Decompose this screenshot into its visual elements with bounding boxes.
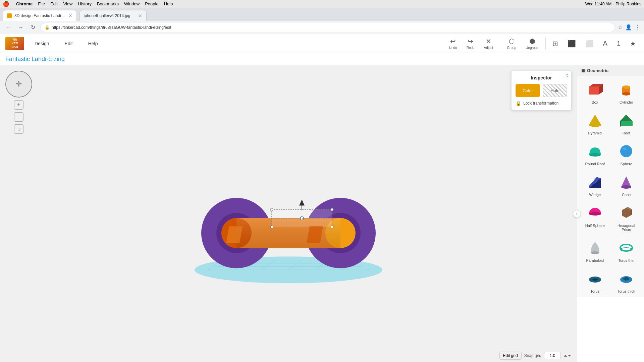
- svg-rect-32: [589, 86, 599, 95]
- round-roof-shape-icon: [586, 142, 604, 161]
- torus-shape-icon: [586, 269, 604, 288]
- menu-edit-app[interactable]: Edit: [60, 39, 78, 49]
- inspector-panel: Inspector Color Hole 🔒 Lock transformati…: [511, 71, 572, 110]
- pyramid-label: Pyramid: [588, 131, 602, 135]
- adjust-label: Adjust: [484, 46, 493, 50]
- inspector-buttons: Color Hole: [516, 84, 567, 97]
- inspector-help-icon[interactable]: ?: [566, 74, 569, 80]
- address-profile-icon[interactable]: 👤: [625, 24, 632, 31]
- shape-cone[interactable]: Cone: [611, 170, 642, 199]
- svg-marker-28: [299, 199, 305, 205]
- svg-point-44: [620, 145, 632, 157]
- roof-shape-icon: [617, 111, 636, 130]
- adjust-button[interactable]: ✕ Adjust: [481, 36, 496, 51]
- canvas-area[interactable]: ✛ + − ⊡ Inspector Color Hole 🔒 Lock tran…: [0, 65, 577, 362]
- svg-point-55: [591, 251, 599, 254]
- svg-point-24: [270, 226, 273, 228]
- hex-prism-shape-icon: [617, 203, 636, 222]
- redo-button[interactable]: ↪ Redo: [464, 36, 477, 51]
- 3d-view-button[interactable]: ⬛: [565, 38, 579, 49]
- menu-help-app[interactable]: Help: [83, 39, 103, 49]
- menu-edit[interactable]: Edit: [50, 1, 58, 6]
- apple-menu[interactable]: 🍎: [3, 1, 9, 7]
- zoom-out-button[interactable]: −: [14, 112, 23, 122]
- number-button[interactable]: 1: [614, 38, 623, 49]
- menu-bookmarks[interactable]: Bookmarks: [97, 1, 119, 6]
- torus-thin-shape-icon: [617, 238, 636, 257]
- box-shape-icon: [586, 80, 604, 99]
- shape-torus[interactable]: Torus: [580, 266, 610, 296]
- shape-sphere[interactable]: Sphere: [611, 139, 642, 169]
- svg-point-51: [589, 212, 601, 216]
- edit-grid-button[interactable]: Edit grid: [499, 352, 522, 360]
- collapse-panel-arrow[interactable]: ›: [573, 210, 581, 218]
- ssl-lock-icon: 🔒: [45, 25, 50, 30]
- undo-button[interactable]: ↩ Undo: [446, 36, 460, 51]
- tab-iphone[interactable]: iphone6-gallery6-2014.jpg ✕: [79, 10, 147, 21]
- snap-grid-label: Snap grid: [524, 353, 541, 358]
- menu-view[interactable]: View: [63, 1, 72, 6]
- menu-window[interactable]: Window: [124, 1, 140, 6]
- tab-close-2[interactable]: ✕: [138, 13, 142, 18]
- svg-point-37: [622, 92, 630, 96]
- shape-roof[interactable]: Roof: [611, 108, 642, 138]
- nav-refresh[interactable]: ↻: [28, 23, 38, 32]
- svg-marker-54: [631, 209, 632, 216]
- grid-view-button[interactable]: ⊞: [550, 38, 561, 49]
- fit-view-button[interactable]: ⊡: [14, 124, 23, 134]
- zoom-in-button[interactable]: +: [14, 100, 23, 110]
- url-bar[interactable]: 🔒 https://tinkercad.com/things/9r68ljsaG…: [40, 23, 615, 32]
- hole-button[interactable]: Hole: [543, 84, 567, 97]
- svg-marker-39: [589, 115, 601, 127]
- bottom-bar: Edit grid Snap grid ⏶⏷: [499, 352, 572, 360]
- tab-favicon-1: [7, 13, 12, 18]
- shape-torus-thin[interactable]: Torus thin: [611, 236, 642, 265]
- menu-file[interactable]: File: [38, 1, 45, 6]
- extensions-icon[interactable]: ⋮: [635, 24, 640, 31]
- shape-half-sphere[interactable]: Half Sphere: [580, 201, 610, 234]
- group-button[interactable]: ⬡ Group: [504, 36, 519, 51]
- favorite-button[interactable]: ★: [627, 38, 639, 49]
- svg-point-36: [622, 85, 630, 89]
- tab-close-1[interactable]: ✕: [68, 13, 72, 18]
- round-roof-label: Round Roof: [585, 162, 605, 166]
- wireframe-button[interactable]: ⬜: [583, 38, 596, 49]
- shape-box[interactable]: Box: [580, 77, 610, 107]
- menu-help[interactable]: Help: [164, 1, 173, 6]
- menu-bar-datetime: Wed 11:40 AM: [585, 2, 612, 6]
- geometric-header-label: ◼: [581, 68, 585, 73]
- snap-grid-input[interactable]: [544, 352, 561, 359]
- shape-cylinder[interactable]: Cylinder: [611, 77, 642, 107]
- tab-3d-design[interactable]: 3D design Fantastic Lahdi-... ✕: [3, 10, 77, 21]
- nav-forward[interactable]: →: [16, 23, 25, 32]
- color-button[interactable]: Color: [516, 84, 540, 97]
- shape-paraboloid[interactable]: Paraboloid: [580, 236, 610, 265]
- shape-torus-thick[interactable]: Torus thick: [611, 266, 642, 296]
- box-label: Box: [592, 100, 598, 104]
- shape-wedge[interactable]: Wedge: [580, 170, 610, 199]
- pan-control[interactable]: ✛: [5, 71, 32, 98]
- text-button[interactable]: A: [600, 38, 610, 49]
- nav-back[interactable]: ←: [4, 23, 13, 32]
- shape-hex-prism[interactable]: Hexagonal Prism: [611, 201, 642, 234]
- menu-chrome[interactable]: Chrome: [16, 1, 33, 6]
- shape-round-roof[interactable]: Round Roof: [580, 139, 610, 169]
- ungroup-button[interactable]: ⬢ Ungroup: [523, 36, 541, 51]
- menu-people[interactable]: People: [145, 1, 158, 6]
- lock-transform-toggle[interactable]: 🔒 Lock transformation: [516, 101, 567, 106]
- menu-history[interactable]: History: [78, 1, 91, 6]
- lock-icon: 🔒: [516, 101, 521, 106]
- adjust-icon: ✕: [486, 37, 491, 45]
- snap-stepper-icon[interactable]: ⏶⏷: [564, 353, 572, 358]
- undo-label: Undo: [449, 46, 457, 50]
- group-icon: ⬡: [509, 37, 515, 45]
- project-title: Fantastic Lahdi-Elzing: [5, 56, 65, 62]
- menu-design[interactable]: Design: [30, 39, 54, 49]
- geometric-label: Geometric: [587, 68, 608, 73]
- color-btn-label: Color: [523, 88, 533, 93]
- roof-label: Roof: [623, 131, 630, 135]
- bookmark-star-icon[interactable]: ☆: [618, 24, 623, 31]
- project-title-bar: Fantastic Lahdi-Elzing: [0, 53, 644, 65]
- shape-pyramid[interactable]: Pyramid: [580, 108, 610, 138]
- shapes-panel-header: ◼ Geometric: [577, 65, 644, 76]
